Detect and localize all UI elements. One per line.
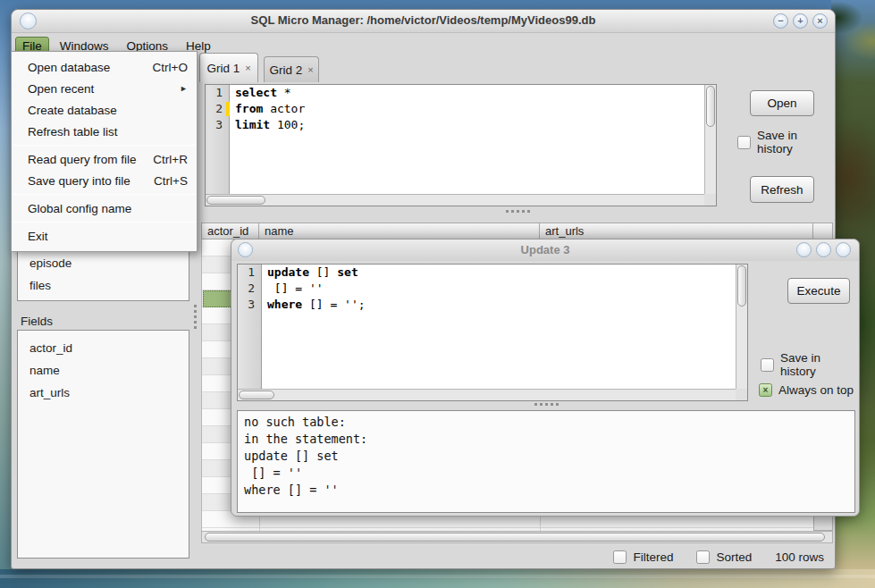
query-table-splitter-handle[interactable] [201, 210, 835, 213]
field-list-item-name[interactable]: name [18, 359, 189, 382]
submenu-arrow-icon: ► [180, 84, 188, 93]
line-number: 3 [206, 117, 229, 133]
update-editor-hscrollbar[interactable] [238, 389, 736, 400]
update-close-button[interactable] [836, 242, 851, 257]
code-line: where [] = ''; [267, 297, 731, 313]
line-number: 1 [206, 85, 229, 101]
update-window-controls [796, 242, 851, 257]
error-output: no such table: in the statement: update … [237, 410, 855, 513]
menu-separator [13, 194, 196, 195]
update-splitter-handle[interactable] [231, 403, 861, 406]
fields-section-label: Fields [21, 315, 53, 328]
update-editor-gutter: 1 2 3 [238, 265, 262, 389]
filtered-checkbox[interactable] [613, 550, 627, 564]
desktop-beach [0, 569, 875, 588]
window-title: SQL Micro Manager: /home/victor/Videos/t… [12, 13, 835, 27]
update-save-in-history-label: Save in history [780, 351, 859, 378]
menu-item-exit[interactable]: Exit [12, 225, 197, 247]
table-hscrollbar[interactable] [201, 531, 833, 543]
minimize-button[interactable]: − [773, 13, 788, 29]
code-line: update [] set [267, 265, 731, 281]
filtered-label: Filtered [633, 550, 673, 564]
field-list-item-art-urls[interactable]: art_urls [18, 382, 189, 404]
update-window-title: Update 3 [231, 243, 859, 256]
tab-grid-1-label: Grid 1 [206, 62, 240, 75]
menu-item-open-database[interactable]: Open database Ctrl+O [12, 56, 197, 78]
save-in-history-row: Save in history [737, 129, 835, 155]
column-header-corner [813, 223, 833, 239]
query-editor-vscrollbar[interactable] [704, 85, 716, 194]
column-header-art-urls[interactable]: art_urls [540, 223, 813, 239]
desktop-background: SQL Micro Manager: /home/victor/Videos/t… [0, 0, 875, 588]
save-in-history-checkbox[interactable] [737, 136, 751, 149]
query-editor-hscrollbar[interactable] [206, 194, 704, 206]
tab-grid-2-label: Grid 2 [269, 63, 302, 77]
sidebar-splitter-handle[interactable] [192, 305, 198, 329]
field-list-item-actor-id[interactable]: actor_id [18, 337, 189, 359]
update-save-in-history-row: Save in history [761, 351, 859, 378]
maximize-button[interactable]: + [793, 13, 808, 29]
error-line: where [] = '' [244, 482, 848, 499]
scrollbar-corner [704, 194, 716, 206]
line-number: 1 [238, 265, 261, 281]
tab-grid-2[interactable]: Grid 2× [264, 56, 319, 82]
line-number: 3 [238, 297, 261, 313]
sorted-label: Sorted [716, 550, 752, 564]
query-editor-gutter: 1 2 3 [206, 85, 230, 194]
always-on-top-label: Always on top [778, 383, 854, 397]
column-header-name[interactable]: name [259, 223, 540, 239]
always-on-top-checkbox[interactable]: × [759, 383, 772, 397]
column-header-actor-id[interactable]: actor_id [201, 223, 259, 239]
scrollbar-corner [736, 389, 747, 400]
execute-button[interactable]: Execute [787, 278, 850, 304]
always-on-top-row: × Always on top [759, 383, 854, 397]
menu-separator [13, 145, 196, 146]
error-line: [] = '' [244, 465, 848, 482]
table-list-item-episode[interactable]: episode [18, 252, 189, 274]
statusbar: Filtered Sorted 100 rows [201, 545, 835, 568]
update-window: Update 3 1 2 3 update [] set [] = '' whe… [231, 239, 860, 517]
query-editor[interactable]: 1 2 3 select * from actor limit 100; [205, 84, 717, 206]
code-line: from actor [235, 101, 700, 117]
save-in-history-label: Save in history [757, 129, 835, 155]
filtered-row: Filtered [613, 550, 673, 564]
sorted-row: Sorted [696, 550, 752, 564]
file-menu-popup: Open database Ctrl+O Open recent ► Creat… [11, 51, 198, 252]
code-line: limit 100; [235, 117, 700, 133]
caret-line-marker [226, 102, 230, 116]
menu-item-read-query-from-file[interactable]: Read query from file Ctrl+R [12, 148, 197, 170]
table-header-row: actor_id name art_urls [201, 223, 833, 239]
vscrollbar-thumb[interactable] [737, 265, 746, 307]
tab-grid-1-close-icon[interactable]: × [245, 63, 250, 73]
hscrollbar-thumb[interactable] [205, 533, 825, 542]
sorted-checkbox[interactable] [696, 550, 710, 564]
window-controls: − + × [773, 13, 828, 29]
hscrollbar-thumb[interactable] [239, 391, 274, 399]
update-editor-vscrollbar[interactable] [736, 265, 747, 389]
row-count: 100 rows [775, 550, 824, 564]
refresh-button[interactable]: Refresh [750, 176, 814, 203]
menu-separator [13, 222, 196, 223]
menu-item-refresh-table-list[interactable]: Refresh table list [12, 121, 197, 142]
error-line: no such table: [244, 414, 848, 431]
checkmark-icon: × [763, 386, 769, 395]
tab-grid-2-close-icon[interactable]: × [307, 64, 313, 75]
update-save-in-history-checkbox[interactable] [761, 358, 774, 372]
update-maximize-button[interactable] [816, 242, 831, 257]
close-button[interactable]: × [812, 13, 828, 29]
error-line: in the statement: [244, 431, 848, 448]
menu-item-open-recent[interactable]: Open recent ► [12, 78, 197, 99]
hscrollbar-thumb[interactable] [206, 196, 265, 205]
menu-item-global-config-name[interactable]: Global config name [12, 197, 197, 219]
update-editor[interactable]: 1 2 3 update [] set [] = '' where [] = '… [237, 264, 748, 401]
vscrollbar-thumb[interactable] [706, 86, 715, 127]
update-editor-text[interactable]: update [] set [] = '' where [] = ''; [263, 265, 736, 389]
tab-grid-1[interactable]: Grid 1× [199, 53, 258, 82]
update-minimize-button[interactable] [796, 242, 812, 257]
query-editor-text[interactable]: select * from actor limit 100; [231, 85, 704, 194]
code-line: select * [235, 85, 700, 101]
open-button[interactable]: Open [750, 90, 814, 116]
table-list-item-files[interactable]: files [18, 274, 189, 297]
menu-item-create-database[interactable]: Create database [12, 99, 197, 121]
menu-item-save-query-into-file[interactable]: Save query into file Ctrl+S [12, 170, 197, 191]
